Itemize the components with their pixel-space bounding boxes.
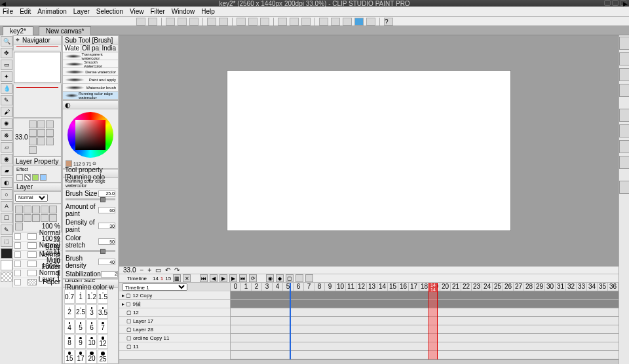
timeline-track-label[interactable]: ▸ ▢ 12 Copy	[119, 291, 230, 300]
maximize-button[interactable]	[612, 0, 619, 6]
color-stretch-slider[interactable]	[66, 250, 115, 252]
tool-blend[interactable]: ◉	[1, 154, 12, 164]
timeline-track-label[interactable]: ▸ ▢ 9値	[119, 300, 230, 308]
dock-search[interactable]	[619, 109, 629, 122]
timeline-track[interactable]	[231, 291, 619, 300]
timeline-track[interactable]	[231, 300, 619, 308]
opt-7[interactable]	[29, 137, 37, 145]
opt-1[interactable]	[29, 120, 37, 128]
tool-magnify[interactable]: 🔍	[1, 36, 12, 46]
tool-eraser[interactable]: ▱	[1, 142, 12, 153]
toolbar-snap3[interactable]	[343, 18, 352, 26]
subtool-tab-water[interactable]: Wate	[63, 45, 81, 52]
timeline-track[interactable]	[231, 351, 619, 359]
brush-item[interactable]: Paint and apply	[63, 76, 118, 84]
subtool-tab-oil[interactable]: Oil pa	[81, 45, 100, 52]
tool-airbrush[interactable]: ✺	[1, 118, 12, 129]
menu-layer[interactable]: Layer	[73, 8, 90, 15]
zoom-out-icon[interactable]: −	[140, 266, 143, 274]
brush-size-cell[interactable]: 25	[98, 350, 108, 364]
tl-key[interactable]: ◆	[276, 274, 284, 282]
dock-history[interactable]	[619, 140, 629, 153]
canvas[interactable]	[227, 70, 511, 231]
brush-size-cell[interactable]: 3.5	[98, 304, 108, 319]
timeline-track[interactable]	[231, 308, 619, 317]
toolbar-cut[interactable]	[237, 18, 246, 26]
timeline-start-marker[interactable]	[290, 283, 291, 359]
effect-extract[interactable]	[40, 174, 47, 181]
timeline-track[interactable]	[231, 334, 619, 342]
layer-ref[interactable]	[32, 214, 40, 222]
menu-window[interactable]: Window	[172, 8, 195, 15]
timeline-track-label[interactable]: ▢ 12	[119, 308, 230, 317]
timeline-track-label[interactable]: ▢ Layer 17	[119, 317, 230, 325]
timeline-track[interactable]	[231, 325, 619, 334]
dock-material3[interactable]	[619, 84, 629, 97]
tl-new[interactable]: ▦	[173, 274, 181, 282]
brush-size-cell[interactable]: 3	[86, 304, 97, 319]
tool-gradient[interactable]: ◐	[1, 177, 12, 188]
timeline-track[interactable]	[231, 317, 619, 325]
tool-figure[interactable]: ○	[1, 189, 12, 200]
timeline-select[interactable]: Timeline 1	[122, 283, 187, 291]
menu-filter[interactable]: Filter	[150, 8, 164, 15]
tl-del[interactable]: ✕	[183, 274, 191, 282]
layer-color[interactable]	[15, 223, 23, 230]
brush-size-cell[interactable]: 8	[64, 335, 75, 349]
brush-size-cell[interactable]: 0.7	[64, 289, 75, 304]
canvas-viewport[interactable]	[119, 35, 619, 266]
layer-visibility-toggle[interactable]	[14, 270, 21, 276]
layer-folder[interactable]	[24, 206, 31, 213]
toolbar-cloud[interactable]	[366, 18, 375, 26]
dock-quickaccess[interactable]	[619, 37, 629, 50]
toolbar-flip[interactable]	[278, 18, 287, 26]
fg-color-swatch[interactable]	[1, 248, 12, 259]
new-canvas-hint[interactable]: New canvas*	[39, 26, 91, 35]
tl-onion[interactable]: ◉	[266, 274, 274, 282]
brush-size-cell[interactable]: 15	[64, 350, 75, 364]
brush-size-cell[interactable]: 1.2	[86, 289, 97, 304]
layer-visibility-toggle[interactable]	[14, 261, 21, 267]
brush-density-input[interactable]	[98, 259, 115, 265]
navigator-thumbnail[interactable]	[14, 52, 61, 83]
tool-marquee[interactable]: ▭	[1, 60, 12, 70]
brush-item[interactable]: Smooth watercolor	[63, 60, 118, 68]
opt-8[interactable]	[37, 137, 45, 145]
toolbar-rotate[interactable]	[290, 18, 299, 26]
layer-draft[interactable]	[41, 214, 48, 222]
tool-correct[interactable]: ⬚	[1, 236, 12, 247]
opt-6[interactable]	[46, 129, 54, 137]
bg-color-swatch[interactable]	[1, 260, 12, 270]
brush-item[interactable]: Watercolor brush	[63, 84, 118, 92]
menu-view[interactable]: View	[130, 8, 144, 15]
tool-deco[interactable]: ❋	[1, 130, 12, 141]
zoom-fit-icon[interactable]: ▭	[155, 266, 161, 274]
toolbar-paste[interactable]	[260, 18, 269, 26]
brush-size-cell[interactable]: 1	[75, 289, 86, 304]
brush-item[interactable]: Dense watercolor	[63, 68, 118, 76]
brush-size-cell[interactable]: 9	[75, 335, 86, 349]
toolbar-clip[interactable]	[136, 18, 145, 26]
tool-eyedropper[interactable]: 💧	[1, 83, 12, 94]
layer-new[interactable]	[15, 206, 23, 213]
menu-file[interactable]: File	[3, 8, 13, 15]
brush-size-cell[interactable]: 6	[86, 319, 97, 334]
brush-size-input[interactable]	[98, 191, 115, 197]
timeline-track-label[interactable]: ▢ orcline Copy 11	[119, 334, 230, 342]
rotate-left-icon[interactable]: ↶	[165, 266, 170, 274]
opt-3[interactable]	[46, 120, 54, 128]
timeline-track-label[interactable]: ▢ Layer 28	[119, 325, 230, 334]
toolbar-new[interactable]	[166, 18, 175, 26]
brush-size-cell[interactable]: 5	[75, 319, 86, 334]
brush-size-cell[interactable]: 10	[86, 335, 97, 349]
subtool-tab-india[interactable]: India	[100, 45, 118, 52]
effect-tone[interactable]	[24, 174, 31, 181]
toolbar-open[interactable]	[178, 18, 187, 26]
dock-material1[interactable]	[619, 52, 629, 65]
opt-5[interactable]	[37, 129, 45, 137]
tl-first[interactable]: ⏮	[200, 274, 208, 282]
brush-item[interactable]: Running color edge watercolor	[63, 92, 118, 100]
layer-merge[interactable]	[15, 214, 23, 222]
toolbar-copy[interactable]	[248, 18, 257, 26]
scroll-right-icon[interactable]: ▶	[623, 1, 628, 7]
